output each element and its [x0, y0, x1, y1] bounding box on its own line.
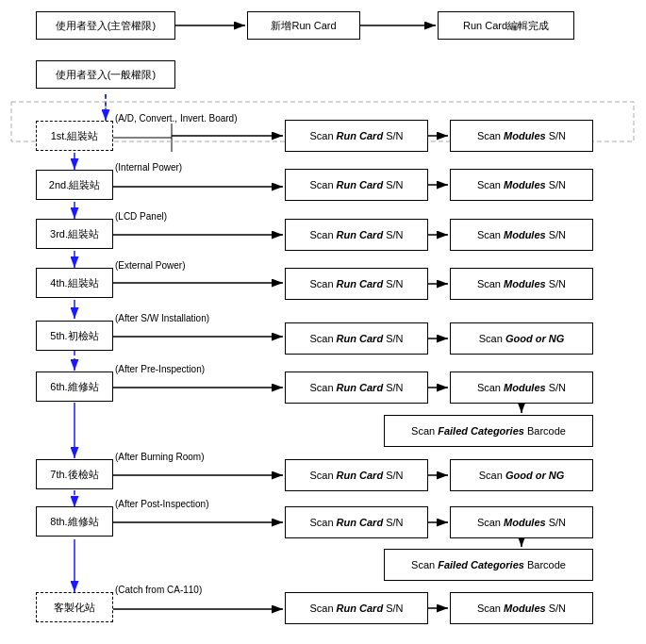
station-custom-box: 客製化站	[36, 592, 113, 622]
user-admin-box: 使用者登入(主管權限)	[36, 11, 175, 40]
scan-mod-8-box: Scan Modules S/N	[450, 506, 593, 538]
scan-mod-1-label: Scan Modules S/N	[477, 130, 566, 141]
station6-box: 6th.維修站	[36, 372, 113, 402]
scan-rc-2-box: Scan Run Card S/N	[285, 169, 428, 201]
scan-good-ng-5-label: Scan Good or NG	[479, 333, 564, 344]
scan-rc-4-box: Scan Run Card S/N	[285, 268, 428, 300]
scan-mod-4-label: Scan Modules S/N	[477, 278, 566, 289]
scan-failed-8-label: Scan Failed Categories Barcode	[411, 559, 566, 570]
scan-rc-1-label: Scan Run Card S/N	[309, 130, 403, 141]
scan-rc-2-label: Scan Run Card S/N	[309, 179, 403, 190]
station2-box: 2nd.組裝站	[36, 170, 113, 200]
station4-label: 4th.組裝站	[50, 276, 98, 290]
station8-box: 8th.維修站	[36, 506, 113, 537]
station1-label: 1st.組裝站	[51, 129, 99, 143]
scan-mod-c-label: Scan Modules S/N	[477, 603, 566, 614]
scan-rc-6-box: Scan Run Card S/N	[285, 372, 428, 404]
scan-failed-6-box: Scan Failed Categories Barcode	[384, 415, 593, 447]
new-run-card-label: 新增Run Card	[271, 19, 336, 33]
station3-box: 3rd.組裝站	[36, 219, 113, 249]
scan-mod-c-box: Scan Modules S/N	[450, 592, 593, 624]
run-card-edit-box: Run Card編輯完成	[438, 11, 574, 40]
scan-rc-7-box: Scan Run Card S/N	[285, 459, 428, 491]
note-int-power: (Internal Power)	[115, 162, 182, 173]
station1-box: 1st.組裝站	[36, 121, 113, 151]
note-sw: (After S/W Installation)	[115, 313, 209, 323]
scan-rc-6-label: Scan Run Card S/N	[309, 382, 403, 393]
scan-mod-3-box: Scan Modules S/N	[450, 219, 593, 251]
scan-rc-8-box: Scan Run Card S/N	[285, 506, 428, 538]
new-run-card-box: 新增Run Card	[247, 11, 360, 40]
scan-good-ng-5-box: Scan Good or NG	[450, 322, 593, 355]
scan-failed-8-box: Scan Failed Categories Barcode	[384, 549, 593, 581]
scan-failed-6-label: Scan Failed Categories Barcode	[411, 425, 566, 437]
station3-label: 3rd.組裝站	[50, 227, 99, 241]
scan-mod-6-label: Scan Modules S/N	[477, 382, 566, 393]
scan-rc-c-label: Scan Run Card S/N	[309, 603, 403, 614]
note-ext-power: (External Power)	[115, 260, 185, 271]
run-card-edit-label: Run Card編輯完成	[463, 19, 549, 33]
scan-rc-c-box: Scan Run Card S/N	[285, 592, 428, 624]
scan-mod-1-box: Scan Modules S/N	[450, 120, 593, 152]
scan-rc-5-label: Scan Run Card S/N	[309, 333, 403, 344]
note-lcd: (LCD Panel)	[115, 211, 167, 222]
scan-rc-8-label: Scan Run Card S/N	[309, 517, 403, 528]
station-custom-label: 客製化站	[54, 601, 95, 615]
scan-mod-3-label: Scan Modules S/N	[477, 229, 566, 240]
station5-label: 5th.初檢站	[50, 329, 98, 343]
scan-rc-4-label: Scan Run Card S/N	[309, 278, 403, 289]
user-general-label: 使用者登入(一般權限)	[56, 68, 156, 82]
station8-label: 8th.維修站	[50, 515, 98, 529]
station7-box: 7th.後檢站	[36, 459, 113, 489]
station2-label: 2nd.組裝站	[49, 178, 100, 192]
note-pre-insp: (After Pre-Inspection)	[115, 364, 205, 374]
scan-mod-2-label: Scan Modules S/N	[477, 179, 566, 190]
scan-rc-5-box: Scan Run Card S/N	[285, 322, 428, 355]
note-ad: (A/D, Convert., Invert. Board)	[115, 113, 238, 124]
scan-mod-2-box: Scan Modules S/N	[450, 169, 593, 201]
station6-label: 6th.維修站	[50, 380, 98, 394]
station7-label: 7th.後檢站	[50, 468, 98, 482]
scan-mod-4-box: Scan Modules S/N	[450, 268, 593, 300]
note-catch: (Catch from CA-110)	[115, 585, 202, 595]
scan-rc-1-box: Scan Run Card S/N	[285, 120, 428, 152]
scan-mod-6-box: Scan Modules S/N	[450, 372, 593, 404]
note-post-insp: (After Post-Inspection)	[115, 499, 208, 509]
scan-rc-3-box: Scan Run Card S/N	[285, 219, 428, 251]
note-burning: (After Burning Room)	[115, 452, 204, 462]
scan-rc-3-label: Scan Run Card S/N	[309, 229, 403, 240]
user-admin-label: 使用者登入(主管權限)	[56, 19, 156, 33]
scan-mod-8-label: Scan Modules S/N	[477, 517, 566, 528]
scan-good-ng-7-label: Scan Good or NG	[479, 470, 564, 481]
scan-good-ng-7-box: Scan Good or NG	[450, 459, 593, 491]
station4-box: 4th.組裝站	[36, 268, 113, 298]
scan-rc-7-label: Scan Run Card S/N	[309, 470, 403, 481]
user-general-box: 使用者登入(一般權限)	[36, 60, 175, 89]
workflow-diagram: 使用者登入(主管權限) 新增Run Card Run Card編輯完成 使用者登…	[0, 0, 646, 644]
station5-box: 5th.初檢站	[36, 321, 113, 351]
